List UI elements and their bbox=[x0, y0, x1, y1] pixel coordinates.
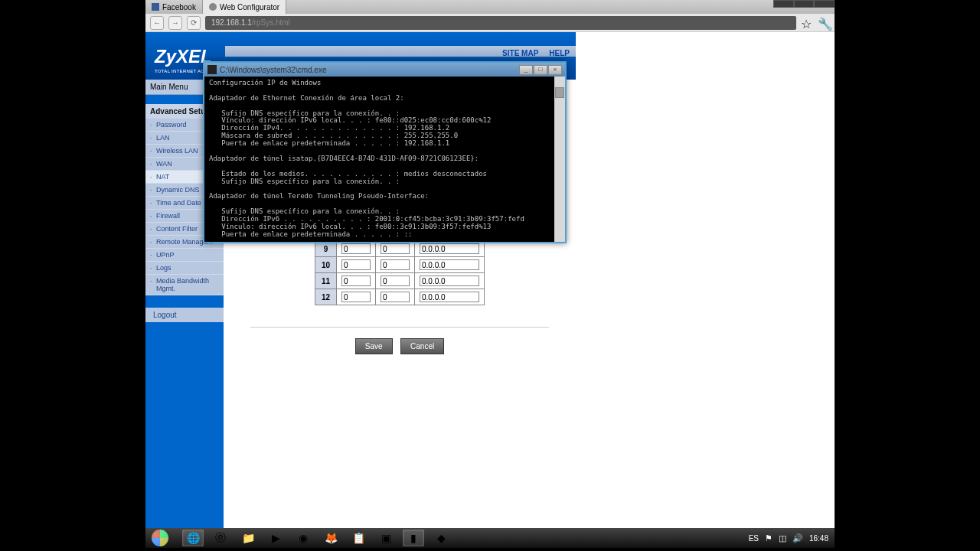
system-tray: ES ⚑ ◫ 🔊 16:48 bbox=[743, 533, 835, 543]
cmd-titlebar[interactable]: C:\Windows\system32\cmd.exe _ □ × bbox=[204, 63, 565, 77]
row-index: 10 bbox=[315, 257, 337, 273]
save-button[interactable]: Save bbox=[355, 338, 393, 354]
port-end-input[interactable] bbox=[381, 292, 410, 302]
table-row: 10 bbox=[315, 257, 485, 273]
taskbar-app2-icon[interactable]: ◆ bbox=[430, 530, 452, 546]
network-icon[interactable]: ◫ bbox=[779, 533, 786, 543]
close-button[interactable] bbox=[814, 0, 835, 8]
minimize-button[interactable] bbox=[773, 0, 794, 8]
taskbar-chrome-icon[interactable]: 🌐 bbox=[182, 530, 204, 546]
table-row: 11 bbox=[315, 273, 485, 289]
taskbar-app1-icon[interactable]: ▣ bbox=[375, 530, 397, 546]
url-host: 192.168.1.1 bbox=[211, 18, 252, 27]
tab-label: Web Configurator bbox=[220, 3, 279, 11]
facebook-icon bbox=[152, 3, 159, 11]
language-indicator[interactable]: ES bbox=[749, 534, 759, 543]
divider bbox=[250, 327, 549, 328]
taskbar-ie-icon[interactable]: ⓔ bbox=[210, 530, 231, 546]
maximize-button[interactable] bbox=[794, 0, 815, 8]
cmd-scroll-thumb[interactable] bbox=[555, 87, 564, 98]
row-index: 12 bbox=[315, 289, 337, 305]
taskbar-firefox-icon[interactable]: 🦊 bbox=[320, 530, 341, 546]
tab-label: Facebook bbox=[162, 3, 196, 11]
nav-bar: ← → ⟳ 192.168.1.1/rpSys.html ☆ 🔧 bbox=[145, 14, 835, 32]
taskbar: 🌐 ⓔ 📁 ▶ ◉ 🦊 📋 ▣ ▮ ◆ ES ⚑ ◫ 🔊 16:48 bbox=[145, 528, 835, 548]
volume-icon[interactable]: 🔊 bbox=[792, 533, 803, 543]
window-controls bbox=[773, 0, 835, 8]
cmd-scrollbar[interactable] bbox=[554, 77, 565, 242]
gear-icon bbox=[209, 3, 217, 11]
ip-input[interactable] bbox=[420, 292, 479, 302]
cmd-close-button[interactable]: × bbox=[548, 65, 562, 75]
port-start-input[interactable] bbox=[341, 292, 371, 302]
url-path: /rpSys.html bbox=[252, 18, 290, 27]
cmd-minimize-button[interactable]: _ bbox=[519, 65, 533, 75]
help-link[interactable]: HELP bbox=[549, 49, 570, 57]
nat-rules-table: 9101112 bbox=[315, 240, 485, 305]
ip-input[interactable] bbox=[420, 276, 479, 286]
sidebar-item-media-bandwidth-mgmt-[interactable]: Media Bandwidth Mgmt. bbox=[145, 275, 224, 295]
sidebar-item-upnp[interactable]: UPnP bbox=[145, 249, 224, 262]
taskbar-wmp-icon[interactable]: ◉ bbox=[292, 530, 314, 546]
table-row: 12 bbox=[315, 289, 485, 305]
port-end-input[interactable] bbox=[381, 276, 410, 286]
logout-link[interactable]: Logout bbox=[145, 308, 224, 322]
tab-web-configurator[interactable]: Web Configurator bbox=[203, 0, 286, 14]
forward-button[interactable]: → bbox=[168, 16, 182, 30]
row-index: 11 bbox=[315, 273, 337, 289]
sidebar-item-logs[interactable]: Logs bbox=[145, 262, 224, 275]
url-bar[interactable]: 192.168.1.1/rpSys.html bbox=[205, 16, 796, 30]
back-button[interactable]: ← bbox=[150, 16, 164, 30]
taskbar-media-icon[interactable]: ▶ bbox=[265, 530, 286, 546]
cmd-maximize-button[interactable]: □ bbox=[534, 65, 547, 75]
port-start-input[interactable] bbox=[341, 243, 371, 254]
port-start-input[interactable] bbox=[341, 276, 371, 286]
reload-button[interactable]: ⟳ bbox=[187, 16, 201, 30]
flag-icon[interactable]: ⚑ bbox=[765, 533, 773, 543]
ip-input[interactable] bbox=[420, 259, 479, 270]
star-icon[interactable]: ☆ bbox=[801, 17, 813, 29]
tab-facebook[interactable]: Facebook bbox=[145, 0, 203, 14]
taskbar-cmd-icon[interactable]: ▮ bbox=[403, 530, 424, 546]
start-button[interactable] bbox=[145, 528, 175, 548]
cmd-icon bbox=[207, 65, 217, 74]
tab-strip: Facebook Web Configurator bbox=[145, 0, 835, 14]
taskbar-explorer-icon[interactable]: 📁 bbox=[237, 530, 259, 546]
cmd-title-text: C:\Windows\system32\cmd.exe bbox=[220, 66, 519, 74]
clock[interactable]: 16:48 bbox=[809, 534, 828, 543]
sitemap-link[interactable]: SITE MAP bbox=[502, 49, 538, 57]
cmd-output: Configuración IP de Windows Adaptador de… bbox=[204, 77, 565, 242]
port-end-input[interactable] bbox=[381, 243, 410, 254]
cancel-button[interactable]: Cancel bbox=[400, 338, 444, 354]
port-end-input[interactable] bbox=[381, 259, 410, 270]
ip-input[interactable] bbox=[420, 243, 479, 254]
wrench-icon[interactable]: 🔧 bbox=[818, 17, 830, 29]
cmd-window[interactable]: C:\Windows\system32\cmd.exe _ □ × Config… bbox=[203, 61, 567, 243]
taskbar-notes-icon[interactable]: 📋 bbox=[348, 530, 369, 546]
port-start-input[interactable] bbox=[341, 259, 371, 270]
